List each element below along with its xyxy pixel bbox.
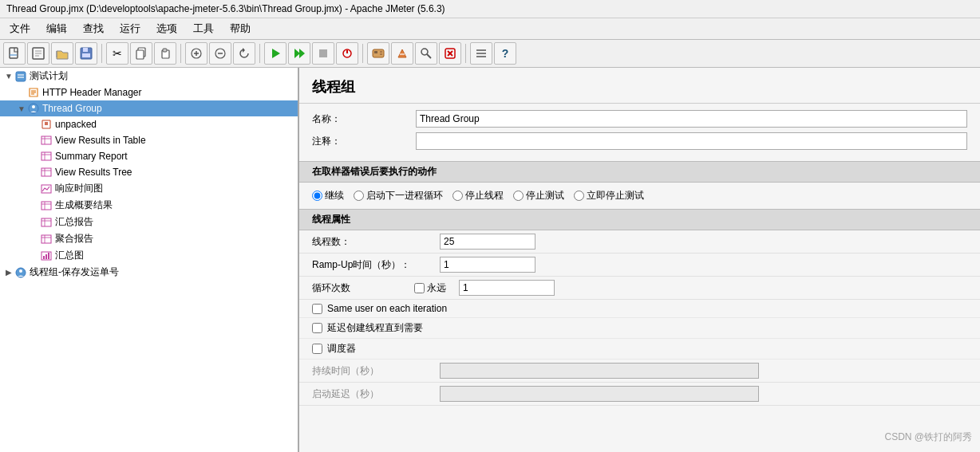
svg-rect-51 — [41, 152, 51, 160]
ramp-up-input[interactable] — [440, 257, 535, 273]
toolbar-rotate[interactable] — [233, 42, 255, 65]
delay-create-row: 延迟创建线程直到需要 — [299, 318, 980, 339]
name-section: 名称： 注释： — [299, 104, 980, 161]
radio-continue-label: 继续 — [325, 189, 344, 202]
menu-options[interactable]: 选项 — [150, 20, 184, 37]
radio-stop-thread-input[interactable] — [452, 191, 463, 201]
loop-label: 循环次数 — [312, 281, 408, 295]
toolbar-find[interactable] — [415, 42, 437, 65]
menu-bar: 文件 编辑 查找 运行 选项 工具 帮助 — [0, 18, 980, 40]
tree-item-summary-report[interactable]: ▶ Summary Report — [0, 148, 298, 164]
duration-row: 持续时间（秒） — [299, 360, 980, 383]
radio-stop-now[interactable]: 立即停止测试 — [574, 189, 644, 202]
toolbar-tree-view[interactable] — [470, 42, 492, 65]
icon-http-header — [27, 86, 40, 99]
toolbar-templates[interactable] — [27, 42, 49, 65]
radio-stop-test-input[interactable] — [513, 191, 524, 201]
svg-marker-21 — [299, 49, 305, 58]
radio-start-next-input[interactable] — [354, 191, 364, 201]
comment-input[interactable] — [416, 132, 967, 150]
forever-label[interactable]: 永远 — [414, 281, 446, 295]
menu-tools[interactable]: 工具 — [187, 20, 220, 37]
toolbar-remote-start[interactable] — [367, 42, 389, 65]
toolbar-start-nopause[interactable] — [288, 42, 310, 65]
svg-marker-18 — [243, 48, 245, 53]
expander-thread-group[interactable]: ▼ — [16, 103, 27, 114]
radio-stop-thread[interactable]: 停止线程 — [452, 189, 504, 202]
label-thread-group-save: 线程组-保存发运单号 — [30, 265, 119, 279]
name-input[interactable] — [416, 110, 967, 128]
icon-test-plan — [14, 70, 27, 83]
toolbar-expand[interactable] — [185, 42, 207, 65]
radio-start-next[interactable]: 启动下一进程循环 — [354, 189, 443, 202]
thread-count-input[interactable] — [440, 234, 535, 250]
toolbar-stop[interactable] — [312, 42, 334, 65]
expander-test-plan[interactable]: ▼ — [3, 71, 14, 82]
label-summary-report: Summary Report — [55, 151, 128, 162]
svg-rect-58 — [41, 202, 51, 210]
tree-item-aggregate-graph[interactable]: ▶ 汇总图 — [0, 247, 298, 264]
expander-thread-group-save[interactable]: ▶ — [3, 267, 14, 278]
menu-edit[interactable]: 编辑 — [40, 20, 73, 37]
start-delay-input[interactable] — [440, 386, 759, 402]
tree-item-test-plan[interactable]: ▼ 测试计划 — [0, 68, 298, 85]
radio-continue[interactable]: 继续 — [312, 189, 344, 202]
radio-continue-input[interactable] — [312, 191, 322, 201]
toolbar-help[interactable]: ? — [494, 42, 516, 65]
tree-item-aggregate-results[interactable]: ▶ 生成概要结果 — [0, 197, 298, 214]
radio-stop-now-input[interactable] — [574, 191, 584, 201]
radio-start-next-label: 启动下一进程循环 — [366, 189, 443, 202]
thread-props-header: 线程属性 — [299, 209, 980, 230]
forever-checkbox[interactable] — [414, 283, 425, 293]
label-aggregate-zh: 聚合报告 — [55, 232, 93, 246]
label-test-plan: 测试计划 — [30, 69, 68, 83]
same-user-checkbox[interactable] — [312, 304, 322, 314]
svg-line-31 — [427, 54, 431, 58]
toolbar-shutdown[interactable] — [336, 42, 358, 65]
toolbar-collapse[interactable] — [209, 42, 231, 65]
tree-item-view-results-tree[interactable]: ▶ View Results Tree — [0, 164, 298, 180]
radio-stop-test[interactable]: 停止测试 — [513, 189, 564, 202]
svg-rect-12 — [163, 49, 167, 52]
toolbar: ✂ — [0, 40, 980, 68]
sep3 — [259, 44, 260, 63]
delay-create-checkbox[interactable] — [312, 323, 322, 333]
toolbar-open[interactable] — [51, 42, 73, 65]
name-label: 名称： — [312, 112, 416, 126]
toolbar-copy[interactable] — [130, 42, 152, 65]
svg-rect-70 — [48, 253, 49, 259]
toolbar-paste[interactable] — [154, 42, 176, 65]
tree-item-aggregate-zh[interactable]: ▶ 聚合报告 — [0, 230, 298, 247]
menu-file[interactable]: 文件 — [3, 20, 37, 37]
tree-item-http-header[interactable]: ▶ HTTP Header Manager — [0, 85, 298, 100]
svg-rect-61 — [41, 218, 51, 226]
svg-rect-54 — [41, 168, 51, 176]
radio-stop-thread-label: 停止线程 — [465, 189, 504, 202]
toolbar-clear[interactable] — [391, 42, 413, 65]
svg-rect-8 — [82, 53, 90, 57]
tree-item-response-time[interactable]: ▶ 响应时间图 — [0, 180, 298, 197]
menu-help[interactable]: 帮助 — [223, 20, 257, 37]
toolbar-start[interactable] — [264, 42, 286, 65]
menu-run[interactable]: 运行 — [113, 20, 147, 37]
main-layout: ▼ 测试计划 ▶ HTTP Header Manager ▼ Thread Gr… — [0, 68, 980, 452]
scheduler-checkbox[interactable] — [312, 344, 322, 354]
error-action-header: 在取样器错误后要执行的动作 — [299, 161, 980, 183]
tree-item-summary-zh[interactable]: ▶ 汇总报告 — [0, 214, 298, 230]
icon-view-results-table — [40, 134, 53, 147]
toolbar-save[interactable] — [75, 42, 97, 65]
panel-title: 线程组 — [299, 68, 980, 103]
same-user-row: Same user on each iteration — [299, 300, 980, 318]
label-aggregate-graph: 汇总图 — [55, 249, 84, 262]
toolbar-clear-all[interactable] — [439, 42, 461, 65]
loop-count-input[interactable] — [459, 280, 555, 296]
tree-item-thread-group-save[interactable]: ▶ 线程组-保存发运单号 — [0, 264, 298, 281]
tree-item-unpacked[interactable]: ▶ unpacked — [0, 116, 298, 132]
duration-input[interactable] — [440, 363, 759, 379]
toolbar-cut[interactable]: ✂ — [106, 42, 128, 65]
tree-item-view-results-table[interactable]: ▶ View Results in Table — [0, 132, 298, 148]
toolbar-new[interactable] — [3, 42, 26, 65]
menu-find[interactable]: 查找 — [77, 20, 110, 37]
scheduler-row: 调度器 — [299, 339, 980, 360]
tree-item-thread-group[interactable]: ▼ Thread Group — [0, 100, 298, 116]
